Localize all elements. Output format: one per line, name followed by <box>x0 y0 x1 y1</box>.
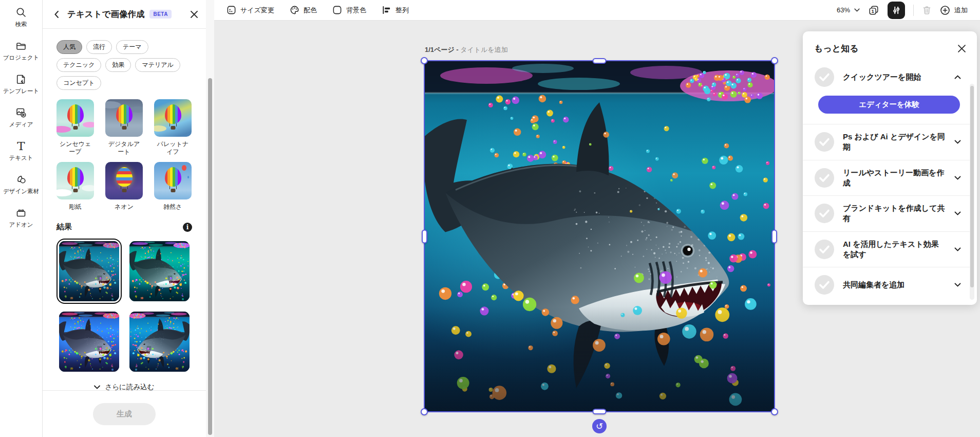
filter-chip-technique[interactable]: テクニック <box>56 58 101 72</box>
delete-button-disabled[interactable] <box>922 5 932 15</box>
style-preset-palette-knife[interactable]: パレットナイフ <box>154 99 192 156</box>
sidebar-label: 検索 <box>15 21 27 28</box>
style-thumbnail <box>105 162 143 199</box>
resize-handle-bottom[interactable] <box>593 409 607 414</box>
add-button[interactable]: 追加 <box>940 5 968 15</box>
back-icon[interactable] <box>51 9 62 20</box>
sidebar-item-media[interactable]: メディア <box>9 107 33 129</box>
learn-item-header[interactable]: 共同編集者を追加 <box>814 267 962 302</box>
balloon-illustration <box>165 104 181 124</box>
resize-handle-left[interactable] <box>422 229 427 243</box>
page-title-placeholder: タイトルを追加 <box>460 46 508 53</box>
zoom-level: 63% <box>837 6 850 14</box>
sidebar-item-addons[interactable]: アドオン <box>9 207 33 229</box>
style-preset-neon[interactable]: ネオン <box>105 162 143 211</box>
balloon-illustration <box>165 167 181 187</box>
generate-button[interactable]: 生成 <box>93 403 156 425</box>
trash-icon <box>922 5 932 15</box>
resize-button[interactable]: サイズ変更 <box>227 5 274 15</box>
rotate-handle[interactable]: ↺ <box>592 419 607 433</box>
style-preset-synthwave[interactable]: シンセウェーブ <box>56 99 94 156</box>
selected-image-artboard[interactable]: ↺ <box>425 61 774 411</box>
learn-item-header[interactable]: ブランドキットを作成して共有 <box>814 196 962 231</box>
sidebar-item-design-assets[interactable]: デザイン素材 <box>3 174 39 195</box>
filter-chip-material[interactable]: マテリアル <box>135 58 180 72</box>
page-title-bar[interactable]: 1/1ページ - タイトルを追加 <box>425 45 508 54</box>
shapes-icon <box>15 174 27 185</box>
panel-scrollbar[interactable] <box>206 0 214 437</box>
panel-close-icon[interactable] <box>191 11 198 18</box>
chevron-up-icon <box>954 75 962 79</box>
resize-icon <box>227 5 236 15</box>
style-preset-cluttered[interactable]: 雑然さ <box>154 162 192 211</box>
resize-handle-top-left[interactable] <box>421 57 428 64</box>
balloon-illustration <box>67 167 84 187</box>
filter-chip-popular[interactable]: 人気 <box>56 40 82 54</box>
result-thumbnail-4[interactable] <box>127 309 192 374</box>
learn-item-header[interactable]: AI を活用したテキスト効果を試す <box>814 232 962 267</box>
media-icon <box>15 107 27 118</box>
learn-panel-scrollbar[interactable] <box>970 84 974 300</box>
chevron-down-icon <box>954 283 962 287</box>
sidebar-label: テンプレート <box>3 87 39 95</box>
load-more-button[interactable]: さらに読み込む <box>56 383 192 391</box>
resize-handle-bottom-right[interactable] <box>771 408 778 415</box>
sidebar-item-text[interactable]: T テキスト <box>9 140 33 162</box>
page-indicator: 1/1ページ - <box>425 46 459 53</box>
brick-icon <box>15 207 27 219</box>
learn-item-header[interactable]: クイックツアーを開始 <box>814 60 962 95</box>
learn-panel-scrollbar-thumb[interactable] <box>970 86 974 287</box>
panel-title: テキストで画像作成 <box>67 9 144 20</box>
shark-image <box>59 312 119 372</box>
style-preset-paper-cut[interactable]: 彫紙 <box>56 162 94 211</box>
filter-chip-effect[interactable]: 効果 <box>105 58 131 72</box>
check-circle-icon <box>814 132 835 152</box>
learn-item-header[interactable]: Ps および Ai とデザインを同期 <box>814 124 962 160</box>
close-icon[interactable] <box>958 45 966 52</box>
beta-badge: BETA <box>149 10 171 19</box>
template-icon <box>15 74 27 85</box>
color-scheme-button[interactable]: 配色 <box>290 5 317 15</box>
document-toolbar: サイズ変更 配色 背景色 整列 63% 1 追加 <box>214 0 980 21</box>
learn-item-ai-text-effects: AI を活用したテキスト効果を試す <box>803 231 972 267</box>
zoom-control[interactable]: 63% <box>837 6 860 14</box>
chevron-down-icon <box>954 176 962 180</box>
sidebar-item-templates[interactable]: テンプレート <box>3 74 39 95</box>
sidebar-label: アドオン <box>9 221 33 229</box>
panel-scrollbar-thumb[interactable] <box>208 78 212 435</box>
resize-handle-bottom-left[interactable] <box>421 408 428 415</box>
pages-icon: 1 <box>868 5 879 16</box>
resize-handle-right[interactable] <box>771 229 777 243</box>
learn-task-list: クイックツアーを開始 エディターを体験 Ps および Ai とデザインを同期 リ… <box>803 60 977 302</box>
style-preset-digital-art[interactable]: デジタルアート <box>105 99 143 156</box>
filter-chip-trend[interactable]: 流行 <box>86 40 112 54</box>
learn-panel-header: もっと知る <box>803 31 977 60</box>
sidebar-item-projects[interactable]: プロジェクト <box>3 40 40 62</box>
filter-chip-concept[interactable]: コンセプト <box>56 76 101 90</box>
try-editor-button[interactable]: エディターを体験 <box>818 96 960 114</box>
background-color-button[interactable]: 背景色 <box>332 5 366 15</box>
resize-handle-top[interactable] <box>593 58 607 64</box>
style-thumbnail <box>56 99 94 137</box>
adjust-panel-toggle-active[interactable] <box>888 2 905 19</box>
chevron-down-icon <box>854 8 860 12</box>
pages-button[interactable]: 1 <box>868 5 879 16</box>
balloon-illustration <box>116 104 133 124</box>
generated-results-grid <box>56 239 192 374</box>
info-icon[interactable]: i <box>183 223 192 232</box>
filter-chip-theme[interactable]: テーマ <box>116 40 148 54</box>
style-thumbnail <box>56 162 94 199</box>
background-color-icon <box>332 5 342 15</box>
svg-text:1: 1 <box>871 8 874 14</box>
chevron-down-icon <box>954 247 962 251</box>
result-thumbnail-1-selected[interactable] <box>56 239 122 304</box>
result-thumbnail-2[interactable] <box>127 239 192 304</box>
sidebar-item-search[interactable]: 検索 <box>15 7 27 28</box>
balloon-illustration <box>67 104 84 124</box>
learn-item-header[interactable]: リールやストーリー動画を作成 <box>814 160 962 196</box>
align-button[interactable]: 整列 <box>382 5 409 15</box>
result-thumbnail-3[interactable] <box>56 309 122 374</box>
check-circle-icon <box>814 168 835 188</box>
toolbar-right-group: 63% 1 追加 <box>837 2 968 19</box>
resize-handle-top-right[interactable] <box>771 57 778 64</box>
